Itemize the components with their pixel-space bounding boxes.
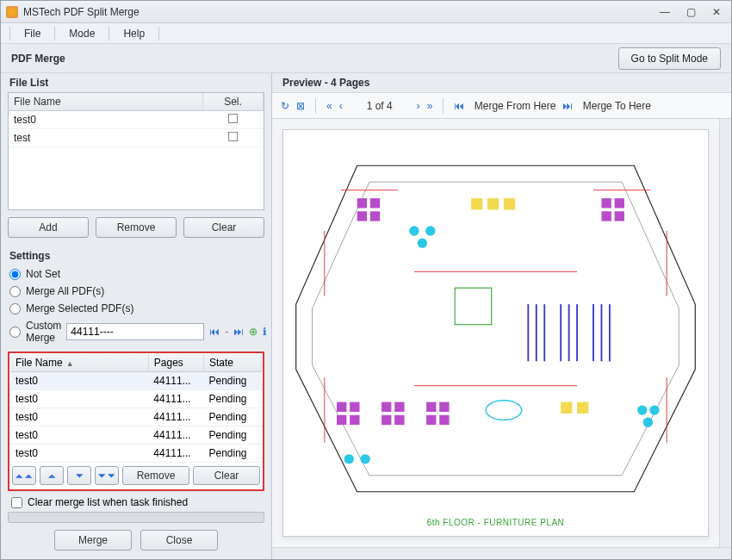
add-button[interactable]: Add [8, 217, 89, 238]
close-window-button[interactable]: ✕ [707, 4, 726, 20]
floor-plan-image [292, 147, 699, 510]
last-icon[interactable]: ⏭ [233, 325, 244, 339]
settings-title: Settings [8, 246, 264, 265]
info-icon[interactable]: ℹ [263, 325, 267, 339]
svg-point-31 [425, 226, 435, 235]
radio-merge-sel[interactable] [9, 303, 21, 314]
merge-list-table: File Name▲ Pages State test044111...Pend… [10, 354, 262, 463]
merge-from-here-button[interactable]: ⏮ Merge From Here [454, 100, 555, 112]
radio-not-set[interactable] [9, 269, 21, 280]
file-list-row[interactable]: test0 [9, 111, 264, 129]
col-merge-state[interactable]: State [203, 354, 261, 372]
clear-after-checkbox[interactable] [11, 497, 22, 508]
go-to-split-mode-button[interactable]: Go to Split Mode [618, 47, 721, 70]
svg-rect-39 [487, 198, 499, 209]
vertical-scrollbar[interactable] [719, 119, 731, 547]
file-name-cell: test0 [9, 111, 203, 129]
svg-rect-23 [394, 402, 404, 412]
last-page-icon[interactable]: » [427, 100, 433, 112]
merge-row[interactable]: test044111...Pending [10, 408, 262, 426]
first-page-icon[interactable]: « [326, 100, 332, 112]
file-name-cell: test [9, 129, 203, 147]
custom-merge-label: Custom Merge [26, 320, 61, 344]
prev-page-icon[interactable]: ‹ [339, 100, 343, 112]
remove-merge-button[interactable]: Remove [122, 466, 189, 485]
col-sel[interactable]: Sel. [203, 93, 264, 111]
merge-button[interactable]: Merge [54, 530, 132, 551]
svg-rect-29 [439, 415, 449, 425]
minimize-button[interactable]: — [655, 4, 674, 20]
svg-point-33 [637, 405, 647, 414]
first-icon[interactable]: ⏮ [209, 325, 220, 339]
svg-rect-27 [439, 402, 449, 412]
radio-custom[interactable] [9, 327, 21, 338]
svg-rect-16 [601, 211, 611, 221]
svg-rect-12 [357, 211, 367, 221]
file-list-row[interactable]: test [9, 129, 264, 147]
col-merge-file-name[interactable]: File Name▲ [10, 354, 148, 372]
menu-mode[interactable]: Mode [60, 26, 103, 41]
next-page-icon[interactable]: › [417, 100, 420, 112]
svg-marker-0 [296, 165, 696, 491]
merge-to-here-button[interactable]: ⏭ Merge To Here [562, 100, 651, 112]
file-list-table: File Name Sel. test0 test [9, 93, 264, 147]
merge-row[interactable]: test044111...Pending [10, 390, 262, 408]
remove-file-button[interactable]: Remove [96, 217, 177, 238]
custom-merge-input[interactable] [66, 323, 204, 340]
close-button[interactable]: Close [140, 530, 218, 551]
page-title: PDF Merge [11, 53, 65, 65]
svg-rect-11 [370, 198, 380, 208]
move-bottom-button[interactable]: ⏷⏷ [95, 466, 119, 485]
sel-checkbox[interactable] [228, 114, 238, 123]
svg-rect-19 [350, 402, 359, 412]
svg-rect-28 [426, 415, 436, 425]
right-panel: Preview - 4 Pages ↻ ⊠ « ‹ 1 of 4 › » ⏮ M… [272, 73, 731, 559]
svg-rect-21 [350, 415, 359, 425]
col-merge-pages[interactable]: Pages [148, 354, 203, 372]
left-panel: File List File Name Sel. test0 test [1, 73, 272, 559]
app-icon [6, 6, 18, 18]
rotate-icon[interactable]: ↻ [281, 100, 289, 112]
svg-rect-40 [504, 198, 515, 209]
preview-toolbar: ↻ ⊠ « ‹ 1 of 4 › » ⏮ Merge From Here ⏭ M… [272, 93, 731, 119]
svg-rect-20 [337, 415, 346, 425]
merge-row[interactable]: test044111...Pending [10, 445, 262, 463]
add-range-icon[interactable]: ⊕ [249, 325, 257, 339]
move-up-button[interactable]: ⏶ [40, 466, 64, 485]
svg-point-34 [649, 405, 659, 414]
merge-row[interactable]: test044111...Pending [10, 372, 262, 390]
clear-after-checkbox-row[interactable]: Clear merge list when task finished [8, 491, 264, 512]
app-window: MSTech PDF Split Merge — ▢ ✕ File Mode H… [0, 0, 732, 560]
titlebar: MSTech PDF Split Merge — ▢ ✕ [1, 1, 731, 23]
cancel-icon[interactable]: ⊠ [296, 100, 305, 112]
merge-row[interactable]: test044111...Pending [10, 426, 262, 445]
clear-merge-button[interactable]: Clear [193, 466, 260, 485]
menu-file[interactable]: File [16, 26, 49, 41]
horizontal-scrollbar[interactable] [272, 547, 731, 559]
file-list-panel: File Name Sel. test0 test [8, 92, 264, 210]
svg-rect-18 [337, 402, 346, 412]
sel-checkbox[interactable] [228, 132, 238, 141]
svg-point-37 [360, 454, 369, 464]
opt-merge-selected[interactable]: Merge Selected PDF(s) [8, 300, 264, 317]
move-top-button[interactable]: ⏶⏶ [12, 466, 36, 485]
svg-marker-1 [313, 182, 679, 476]
preview-page: 6th FLOOR - FURNITURE PLAN [282, 129, 709, 537]
merge-list-panel: File Name▲ Pages State test044111...Pend… [8, 352, 264, 491]
clear-after-label: Clear merge list when task finished [28, 496, 188, 508]
preview-caption: 6th FLOOR - FURNITURE PLAN [283, 518, 708, 527]
svg-rect-10 [357, 198, 367, 208]
radio-merge-all[interactable] [9, 286, 21, 297]
opt-not-set[interactable]: Not Set [8, 265, 264, 283]
move-down-button[interactable]: ⏷ [67, 466, 91, 485]
progress-bar [8, 512, 264, 523]
svg-rect-14 [601, 198, 611, 208]
col-file-name[interactable]: File Name [9, 93, 203, 111]
svg-rect-24 [382, 415, 391, 425]
opt-merge-all[interactable]: Merge All PDF(s) [8, 283, 264, 300]
svg-point-30 [409, 226, 419, 235]
clear-files-button[interactable]: Clear [183, 217, 264, 238]
maximize-button[interactable]: ▢ [681, 4, 700, 20]
menu-help[interactable]: Help [115, 26, 153, 41]
svg-rect-26 [426, 402, 436, 412]
